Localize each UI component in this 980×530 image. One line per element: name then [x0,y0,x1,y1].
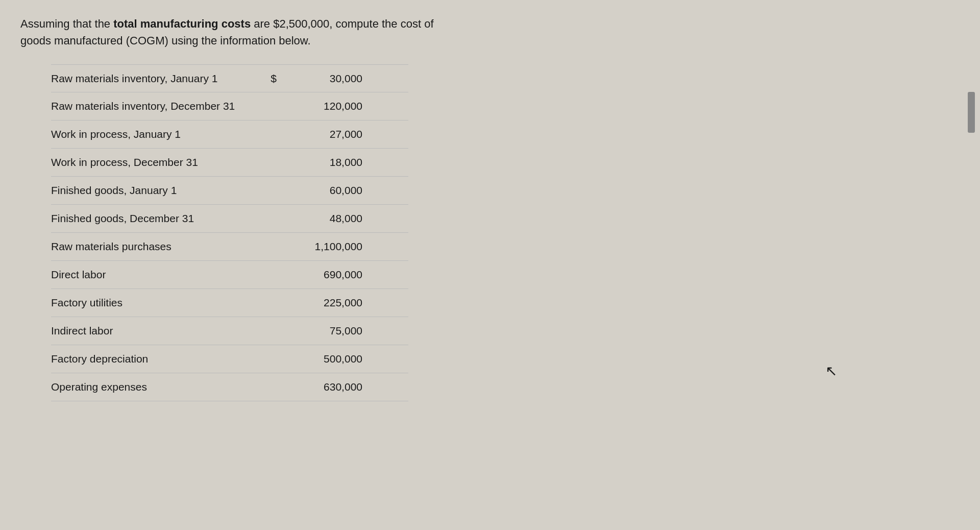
table-row: Work in process, January 127,000 [51,121,408,149]
row-label: Raw materials purchases [51,239,265,253]
row-label: Factory depreciation [51,352,265,366]
row-value: 75,000 [281,325,362,337]
row-value: 60,000 [281,184,362,197]
table-row: Direct labor690,000 [51,261,408,289]
row-label: Work in process, December 31 [51,155,265,169]
table-row: Raw materials inventory, January 1$30,00… [51,64,408,92]
scrollbar[interactable] [968,92,975,133]
table-row: Factory utilities225,000 [51,289,408,317]
bold-text: total manufacturing costs [113,17,251,30]
row-label: Factory utilities [51,296,265,309]
table-row: Factory depreciation500,000 [51,345,408,373]
row-label: Finished goods, January 1 [51,183,265,197]
row-label: Raw materials inventory, January 1 [51,71,265,85]
row-label: Finished goods, December 31 [51,211,265,225]
row-value: 690,000 [281,269,362,281]
page-container: Assuming that the total manufacturing co… [0,0,980,530]
row-label: Indirect labor [51,324,265,338]
row-label: Raw materials inventory, December 31 [51,99,265,113]
row-label: Direct labor [51,268,265,281]
row-value: 30,000 [281,73,362,85]
row-label: Work in process, January 1 [51,127,265,141]
intro-paragraph: Assuming that the total manufacturing co… [20,15,960,49]
row-value: 500,000 [281,353,362,365]
table-row: Work in process, December 3118,000 [51,149,408,177]
table-row: Raw materials inventory, December 31120,… [51,92,408,121]
row-value: 120,000 [281,100,362,112]
row-value: 27,000 [281,128,362,140]
row-value: 1,100,000 [281,240,362,253]
row-value: 225,000 [281,297,362,309]
table-row: Indirect labor75,000 [51,317,408,345]
data-table: Raw materials inventory, January 1$30,00… [51,64,408,401]
table-row: Finished goods, January 160,000 [51,177,408,205]
table-row: Operating expenses630,000 [51,373,408,401]
row-value: 18,000 [281,156,362,168]
cursor-icon: ↖ [825,363,837,379]
row-currency: $ [265,73,281,85]
table-row: Raw materials purchases1,100,000 [51,233,408,261]
row-value: 48,000 [281,212,362,225]
row-label: Operating expenses [51,380,265,394]
row-value: 630,000 [281,381,362,393]
table-row: Finished goods, December 3148,000 [51,205,408,233]
